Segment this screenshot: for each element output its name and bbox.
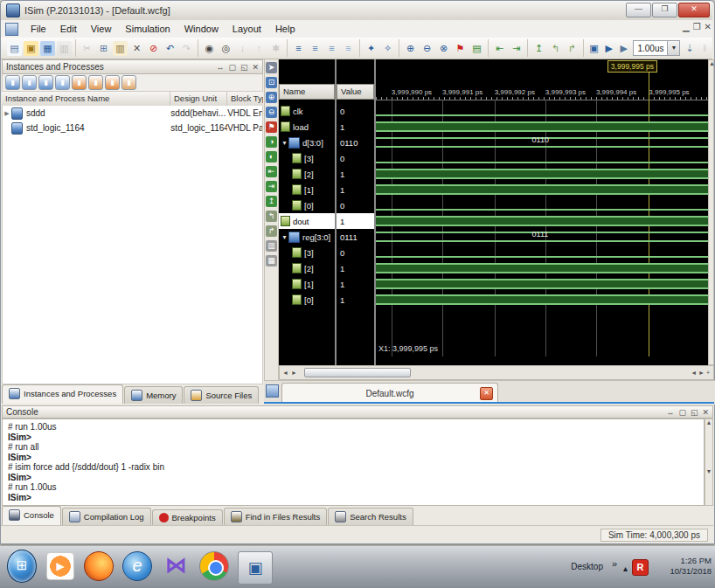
column-design-unit[interactable]: Design Unit — [170, 92, 227, 106]
collapse-arrow-icon[interactable]: ▼ — [281, 234, 288, 240]
float-console-icon[interactable]: ↔ — [666, 408, 674, 417]
refresh-instances-icon[interactable]: ▮ — [121, 75, 136, 90]
wave-config-icon[interactable] — [266, 384, 279, 398]
close-button[interactable]: ✕ — [678, 3, 710, 17]
notification-r-icon[interactable]: R — [632, 559, 649, 576]
signal-row-name[interactable]: ▼reg[3:0] — [279, 229, 335, 245]
wave-document-tab[interactable]: Default.wcfg ✕ — [281, 383, 498, 403]
zoom-out-icon[interactable]: ⊖ — [420, 41, 434, 56]
scroll-left-icon[interactable]: ◄ — [280, 370, 291, 376]
new-icon[interactable]: ▤ — [7, 41, 22, 56]
wave-lane[interactable] — [376, 150, 708, 166]
signal-row-value[interactable]: 0111 — [337, 229, 374, 245]
signal-row-name[interactable]: ▼d[3:0] — [279, 135, 335, 150]
undo-icon[interactable]: ↶ — [163, 41, 177, 56]
collapse-all-icon[interactable]: ≡ — [341, 41, 356, 56]
signal-row-name[interactable]: [2] — [279, 166, 335, 182]
prev-event-icon[interactable]: ◑ — [266, 136, 277, 148]
signal-row-value[interactable]: 0 — [337, 150, 374, 166]
taskbar-clock[interactable]: 1:26 PM 10/31/2018 — [670, 556, 712, 577]
show-processes-icon[interactable]: ▮ — [22, 75, 37, 90]
signal-row-name[interactable]: [1] — [279, 182, 335, 197]
signal-row-name[interactable]: [0] — [279, 292, 335, 308]
signal-row-name[interactable]: dout — [279, 213, 335, 229]
pointer-icon[interactable]: ➤ — [266, 62, 277, 73]
wave-lane[interactable] — [376, 213, 708, 229]
kmplayer-icon[interactable]: ⋈ — [161, 551, 191, 581]
snap-cursor-icon[interactable]: ↥ — [531, 41, 546, 56]
signal-row-value[interactable]: 1 — [337, 182, 374, 197]
wave-lane[interactable]: 0111 — [376, 229, 708, 245]
scroll-right-icon[interactable]: ► — [291, 370, 297, 376]
media-player-icon[interactable]: ▶ — [45, 551, 75, 581]
wrench-help-icon[interactable]: ✧ — [380, 41, 395, 56]
next-edge-icon[interactable]: ↱ — [266, 225, 277, 237]
scroll-thumb[interactable] — [304, 368, 411, 377]
menu-edit[interactable]: Edit — [53, 22, 84, 36]
signal-row-value[interactable]: 1 — [337, 292, 374, 308]
wave-vertical-scrollbar[interactable]: ▲ — [708, 59, 714, 365]
desktop-toolbar-label[interactable]: Desktop — [571, 562, 603, 571]
panel-tab-instances-and-processes[interactable]: Instances and Processes — [2, 384, 123, 404]
maximize-button[interactable]: ❐ — [652, 3, 677, 17]
close-panel-icon[interactable]: ✕ — [252, 63, 259, 72]
goto-time-end-icon[interactable]: ⇥ — [509, 41, 524, 56]
maximize-console-icon[interactable]: ▢ — [678, 408, 686, 417]
collapse-groups-icon[interactable]: ≡ — [308, 41, 323, 56]
collapse-instance-icon[interactable]: ▮ — [88, 75, 103, 90]
show-hidden-icons[interactable]: ▴ — [623, 564, 628, 573]
stop-icon[interactable]: ⊘ — [146, 41, 161, 56]
column-block-type[interactable]: Block Type — [227, 92, 263, 106]
firefox-icon[interactable] — [84, 551, 114, 581]
marker-icon[interactable]: ⚑ — [453, 41, 468, 56]
menu-window[interactable]: Window — [177, 22, 226, 36]
console-tab-search-results[interactable]: Search Results — [328, 508, 413, 525]
collapse-arrow-icon[interactable]: ▼ — [281, 140, 288, 146]
restart-icon[interactable]: ▣ — [587, 41, 600, 56]
prev-edge-icon[interactable]: ↰ — [266, 211, 277, 222]
delete-icon[interactable]: ✕ — [129, 41, 144, 56]
console-tab-console[interactable]: Console — [2, 506, 61, 525]
wrench-icon[interactable]: ✦ — [364, 41, 378, 56]
time-ruler[interactable]: 3,999,990 ps3,999,991 ps3,999,992 ps3,99… — [376, 84, 708, 100]
find-icon[interactable]: ◉ — [202, 41, 217, 56]
panel-tab-memory[interactable]: Memory — [124, 386, 183, 404]
marker-red-icon[interactable]: ⚑ — [266, 121, 277, 133]
snap-to-transition-icon[interactable]: ↥ — [266, 196, 277, 207]
console-output[interactable]: # run 1.00usISim># run allISim># isim fo… — [2, 419, 705, 506]
expand-groups-icon[interactable]: ≡ — [291, 41, 306, 56]
document-icon[interactable] — [5, 23, 18, 36]
console-tab-find-in-files-results[interactable]: Find in Files Results — [224, 508, 328, 525]
name-column-header[interactable]: Name — [279, 84, 335, 100]
instances-panel-header[interactable]: Instances and Processes ↔ ▢ ◱ ✕ — [2, 59, 263, 74]
console-tab-breakpoints[interactable]: Breakpoints — [152, 509, 223, 525]
chrome-icon[interactable] — [199, 551, 229, 581]
prev-transition-icon[interactable]: ↰ — [548, 41, 563, 56]
column-instance-name[interactable]: Instance and Process Name — [2, 92, 170, 106]
cursor-time-box[interactable]: 3,999,995 ps — [607, 60, 657, 73]
signal-row-value[interactable]: 1 — [337, 260, 374, 276]
zoom-area-icon[interactable]: ⊡ — [266, 77, 277, 88]
menu-file[interactable]: File — [24, 22, 53, 36]
wave-lane[interactable] — [376, 245, 708, 260]
signal-row-name[interactable]: [3] — [279, 150, 335, 166]
next-transition-icon[interactable]: ↱ — [565, 41, 580, 56]
expand-all-icon[interactable]: ≡ — [324, 41, 339, 56]
wave-lane[interactable] — [376, 197, 708, 213]
wave-lane[interactable] — [376, 276, 708, 292]
measure-icon[interactable]: ▥ — [266, 240, 277, 252]
step-icon[interactable]: ⇣ — [683, 41, 696, 56]
signal-row-value[interactable]: 0 — [337, 245, 374, 260]
signal-row-name[interactable]: load — [279, 119, 335, 135]
wave-canvas[interactable]: 01100111 — [376, 100, 708, 365]
show-instances-icon[interactable]: ▮ — [5, 75, 20, 90]
console-scrollbar[interactable]: ▲▼ — [705, 419, 713, 506]
expand-arrow-icon[interactable]: ▶ — [3, 110, 11, 117]
zoom-in-icon[interactable]: ⊕ — [403, 41, 418, 56]
next-event-icon[interactable]: ◐ — [266, 151, 277, 163]
zoom-out-wave-icon[interactable]: ⊖ — [266, 107, 277, 118]
float-panel-icon[interactable]: ↔ — [216, 63, 224, 72]
goto-start-icon[interactable]: ⇤ — [266, 166, 277, 177]
mdi-restore-icon[interactable]: ❐ — [693, 22, 701, 31]
mdi-minimize-icon[interactable]: ▁ — [683, 22, 690, 31]
